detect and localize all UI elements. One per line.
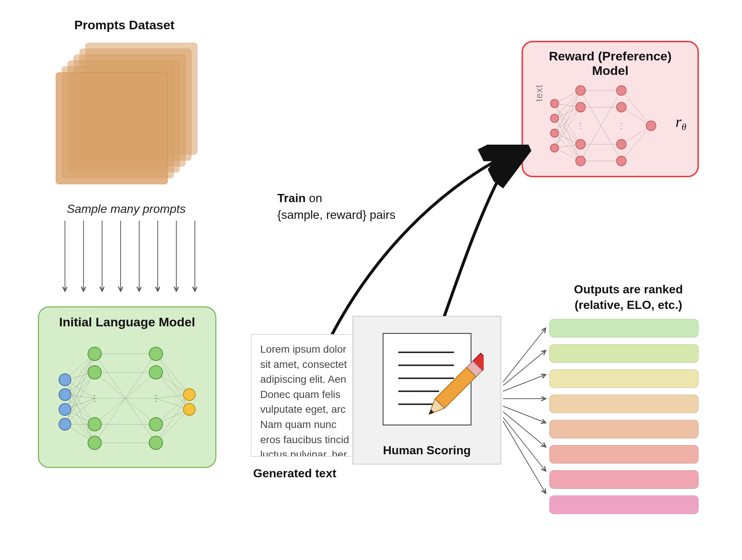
rank-bar xyxy=(549,344,699,363)
sample-prompts-label: Sample many prompts xyxy=(67,202,186,216)
svg-point-53 xyxy=(88,418,101,431)
svg-line-119 xyxy=(503,421,546,493)
document-icon xyxy=(383,333,471,425)
svg-point-100 xyxy=(617,139,626,149)
svg-line-87 xyxy=(621,126,651,144)
reward-title: Reward (Preference) Model xyxy=(523,49,697,78)
svg-point-52 xyxy=(88,366,101,379)
reward-model: Reward (Preference) Model text rθ ⋮ ⋮ xyxy=(522,41,699,177)
svg-point-54 xyxy=(88,436,101,449)
svg-text:⋮: ⋮ xyxy=(577,122,584,130)
human-scoring-label: Human Scoring xyxy=(353,444,501,457)
svg-point-91 xyxy=(550,129,559,137)
svg-point-51 xyxy=(88,347,101,360)
svg-point-92 xyxy=(550,144,559,152)
svg-text:⋮: ⋮ xyxy=(90,393,99,403)
prompts-stack xyxy=(56,43,197,184)
rank-bar xyxy=(549,369,699,388)
svg-point-89 xyxy=(550,99,559,108)
svg-point-90 xyxy=(550,114,559,122)
svg-point-56 xyxy=(149,347,163,360)
svg-rect-111 xyxy=(435,368,476,408)
svg-point-58 xyxy=(149,418,163,431)
ilm-title: Initial Language Model xyxy=(39,315,215,329)
prompts-title: Prompts Dataset xyxy=(74,18,174,32)
generated-text-label: Generated text xyxy=(253,467,336,480)
pencil-icon xyxy=(424,352,484,426)
svg-point-95 xyxy=(576,139,585,149)
svg-line-41 xyxy=(156,395,189,443)
svg-line-113 xyxy=(503,350,546,386)
svg-line-114 xyxy=(503,375,546,391)
svg-line-117 xyxy=(503,412,546,447)
svg-point-62 xyxy=(183,403,195,415)
svg-point-59 xyxy=(149,436,163,449)
svg-line-112 xyxy=(503,328,546,382)
svg-point-94 xyxy=(576,102,585,112)
svg-point-98 xyxy=(617,86,626,95)
sample-arrows xyxy=(61,221,199,297)
svg-text:⋮: ⋮ xyxy=(618,122,625,130)
svg-point-61 xyxy=(183,389,195,401)
rank-bar xyxy=(549,420,699,438)
ranked-outputs xyxy=(549,319,698,521)
rank-arrows xyxy=(501,323,553,493)
svg-point-93 xyxy=(576,86,585,95)
human-scoring-card: Human Scoring xyxy=(353,316,501,464)
rank-bar xyxy=(549,495,699,514)
svg-line-116 xyxy=(503,406,546,423)
svg-point-47 xyxy=(59,374,71,386)
svg-point-101 xyxy=(617,156,626,166)
svg-line-118 xyxy=(503,417,546,471)
svg-point-96 xyxy=(576,156,585,166)
svg-point-49 xyxy=(59,403,71,415)
rank-bar xyxy=(549,395,699,413)
svg-point-50 xyxy=(59,418,71,430)
rank-bar xyxy=(549,470,699,489)
rank-bar xyxy=(549,319,699,337)
svg-line-86 xyxy=(621,107,651,126)
reward-output-symbol: rθ xyxy=(676,113,686,133)
ilm-network-icon: ⋮ ⋮ xyxy=(50,339,204,458)
svg-text:⋮: ⋮ xyxy=(151,393,160,403)
svg-point-57 xyxy=(149,366,163,379)
initial-language-model: Initial Language Model ⋮ ⋮ xyxy=(38,306,216,468)
svg-point-103 xyxy=(646,121,656,131)
svg-point-48 xyxy=(59,389,71,401)
svg-point-99 xyxy=(617,102,626,112)
reward-network-icon: ⋮ ⋮ xyxy=(543,83,662,168)
ranked-title: Outputs are ranked (relative, ELO, etc.) xyxy=(554,282,703,313)
rank-bar xyxy=(549,445,699,464)
svg-line-42 xyxy=(156,354,189,409)
